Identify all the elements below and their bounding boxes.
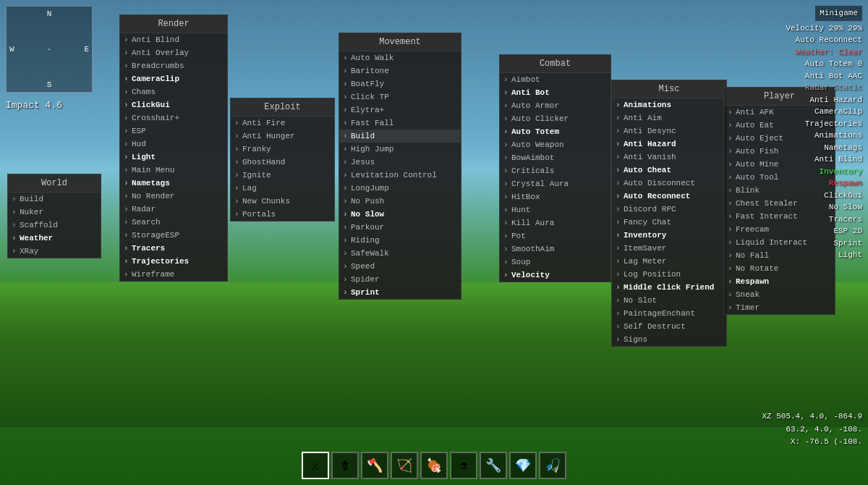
combat-item-kill-aura[interactable]: ›Kill Aura xyxy=(500,216,610,229)
combat-item-criticals[interactable]: ›Criticals xyxy=(500,164,610,177)
misc-item-animations[interactable]: ›Animations xyxy=(612,98,726,111)
hotbar-slot-8[interactable]: 💎 xyxy=(509,452,537,479)
exploit-item-lag[interactable]: ›Lag xyxy=(231,182,334,195)
render-item-main-menu[interactable]: ›Main Menu xyxy=(120,164,227,177)
player-item-sneak[interactable]: ›Sneak xyxy=(724,288,835,301)
hotbar-slot-4[interactable]: 🏹 xyxy=(391,452,418,479)
hotbar-slot-2[interactable]: 🗡 xyxy=(331,452,359,479)
exploit-item-ghosthand[interactable]: ›GhostHand xyxy=(231,156,334,169)
movement-item-longjump[interactable]: ›LongJump xyxy=(339,182,461,195)
combat-item-velocity[interactable]: ›Velocity xyxy=(500,269,610,282)
exploit-item-new-chunks[interactable]: ›New Chunks xyxy=(231,195,334,208)
render-item-light[interactable]: ›Light xyxy=(120,151,227,164)
misc-item-anti-vanish[interactable]: ›Anti Vanish xyxy=(612,151,726,164)
combat-item-pot[interactable]: ›Pot xyxy=(500,229,610,242)
world-item-build[interactable]: ›Build xyxy=(8,193,101,206)
misc-item-auto-reconnect[interactable]: ›Auto Reconnect xyxy=(612,190,726,203)
hotbar-slot-1[interactable]: ⚔ xyxy=(302,452,329,479)
combat-item-crystal-aura[interactable]: ›Crystal Aura xyxy=(500,177,610,190)
misc-item-discord-rpc[interactable]: ›Discord RPC xyxy=(612,203,726,216)
hotbar-slot-7[interactable]: 🔧 xyxy=(480,452,507,479)
misc-item-inventory[interactable]: ›Inventory xyxy=(612,229,726,242)
hotbar-slot-5[interactable]: 🍖 xyxy=(420,452,448,479)
render-item-cameraclip[interactable]: ›CameraClip xyxy=(120,72,227,85)
exploit-item-anti-hunger[interactable]: ›Anti Hunger xyxy=(231,130,334,143)
combat-item-auto-armor[interactable]: ›Auto Armor xyxy=(500,99,610,112)
player-item-respawn[interactable]: ›Respawn xyxy=(724,275,835,288)
render-item-esp[interactable]: ›ESP xyxy=(120,125,227,138)
hotbar-slot-3[interactable]: 🪓 xyxy=(361,452,388,479)
render-item-chams[interactable]: ›Chams xyxy=(120,85,227,98)
render-item-anti-overlay[interactable]: ›Anti Overlay xyxy=(120,46,227,59)
movement-item-no-slow[interactable]: ›No Slow xyxy=(339,208,461,221)
misc-item-no-slot[interactable]: ›No Slot xyxy=(612,294,726,307)
movement-item-boatfly[interactable]: ›BoatFly xyxy=(339,77,461,90)
misc-item-paintage-enchant[interactable]: ›PaintageEnchant xyxy=(612,307,726,320)
movement-item-sprint[interactable]: ›Sprint xyxy=(339,286,461,299)
render-item-nametags[interactable]: ›Nametags xyxy=(120,177,227,190)
movement-item-build[interactable]: ›Build xyxy=(339,130,461,143)
misc-item-anti-hazard[interactable]: ›Anti Hazard xyxy=(612,138,726,151)
combat-item-hitbox[interactable]: ›HitBox xyxy=(500,190,610,203)
render-item-no-render[interactable]: ›No Render xyxy=(120,190,227,203)
world-item-weather[interactable]: ›Weather xyxy=(8,232,101,245)
world-item-xray[interactable]: ›XRay xyxy=(8,245,101,258)
render-item-crosshair[interactable]: ›Crosshair+ xyxy=(120,111,227,125)
combat-item-anti-bot[interactable]: ›Anti Bot xyxy=(500,86,610,99)
panel-world-title: World xyxy=(8,174,101,193)
exploit-item-portals[interactable]: ›Portals xyxy=(231,208,334,221)
misc-item-signs[interactable]: ›Signs xyxy=(612,333,726,346)
movement-item-fast-fall[interactable]: ›Fast Fall xyxy=(339,117,461,130)
exploit-item-anti-fire[interactable]: ›Anti Fire xyxy=(231,117,334,130)
render-item-search[interactable]: ›Search xyxy=(120,216,227,229)
exploit-item-franky[interactable]: ›Franky xyxy=(231,143,334,156)
player-item-no-rotate[interactable]: ›No Rotate xyxy=(724,262,835,275)
combat-item-auto-weapon[interactable]: ›Auto Weapon xyxy=(500,138,610,151)
combat-item-aimbot[interactable]: ›Aimbot xyxy=(500,73,610,86)
render-item-radar[interactable]: ›Radar xyxy=(120,203,227,216)
misc-item-fancy-chat[interactable]: ›Fancy Chat xyxy=(612,216,726,229)
movement-item-baritone[interactable]: ›Baritone xyxy=(339,64,461,77)
misc-item-item-saver[interactable]: ›ItemSaver xyxy=(612,242,726,255)
movement-item-riding[interactable]: ›Riding xyxy=(339,234,461,247)
render-item-hud[interactable]: ›Hud xyxy=(120,138,227,151)
movement-item-safewalk[interactable]: ›SafeWalk xyxy=(339,247,461,260)
world-item-nuker[interactable]: ›Nuker xyxy=(8,206,101,219)
combat-item-hunt[interactable]: ›Hunt xyxy=(500,203,610,216)
misc-item-log-position[interactable]: ›Log Position xyxy=(612,268,726,281)
movement-item-levitation[interactable]: ›Levitation Control xyxy=(339,169,461,182)
combat-item-bowaimbot[interactable]: ›BowAimbot xyxy=(500,151,610,164)
render-item-tracers[interactable]: ›Tracers xyxy=(120,242,227,255)
combat-item-soup[interactable]: ›Soup xyxy=(500,256,610,269)
combat-item-smoothaim[interactable]: ›SmoothAim xyxy=(500,242,610,256)
movement-item-speed[interactable]: ›Speed xyxy=(339,260,461,273)
misc-item-anti-aim[interactable]: ›Anti Aim xyxy=(612,111,726,125)
hotbar-slot-9[interactable]: 🎣 xyxy=(539,452,566,479)
movement-item-jesus[interactable]: ›Jesus xyxy=(339,156,461,169)
misc-item-auto-disconnect[interactable]: ›Auto Disconnect xyxy=(612,177,726,190)
hotbar-slot-6[interactable]: ⚗ xyxy=(450,452,477,479)
render-item-trajectories[interactable]: ›Trajectories xyxy=(120,255,227,268)
movement-item-high-jump[interactable]: ›High Jump xyxy=(339,143,461,156)
misc-item-auto-cheat[interactable]: ›Auto Cheat xyxy=(612,164,726,177)
render-item-storage-esp[interactable]: ›StorageESP xyxy=(120,229,227,242)
world-item-scaffold[interactable]: ›Scaffold xyxy=(8,219,101,232)
movement-item-click-tp[interactable]: ›Click TP xyxy=(339,90,461,104)
misc-item-anti-desync[interactable]: ›Anti Desync xyxy=(612,125,726,138)
misc-item-self-destruct[interactable]: ›Self Destruct xyxy=(612,320,726,333)
render-item-anti-blind[interactable]: ›Anti Blind xyxy=(120,33,227,46)
render-item-wireframe[interactable]: ›Wireframe xyxy=(120,268,227,281)
movement-item-parkour[interactable]: ›Parkour xyxy=(339,221,461,234)
exploit-item-ignite[interactable]: ›Ignite xyxy=(231,169,334,182)
render-item-clickgui[interactable]: ›ClickGui xyxy=(120,98,227,111)
misc-item-middle-click-friend[interactable]: ›Middle Click Friend xyxy=(612,281,726,294)
movement-item-spider[interactable]: ›Spider xyxy=(339,273,461,286)
combat-item-auto-clicker[interactable]: ›Auto Clicker xyxy=(500,112,610,125)
combat-item-auto-totem[interactable]: ›Auto Totem xyxy=(500,125,610,138)
misc-item-lag-meter[interactable]: ›Lag Meter xyxy=(612,255,726,268)
movement-item-no-push[interactable]: ›No Push xyxy=(339,195,461,208)
player-item-timer[interactable]: ›Timer xyxy=(724,301,835,314)
movement-item-auto-walk[interactable]: ›Auto Walk xyxy=(339,51,461,64)
render-item-breadcrumbs[interactable]: ›Breadcrumbs xyxy=(120,59,227,72)
movement-item-elytra[interactable]: ›Elytra+ xyxy=(339,104,461,117)
